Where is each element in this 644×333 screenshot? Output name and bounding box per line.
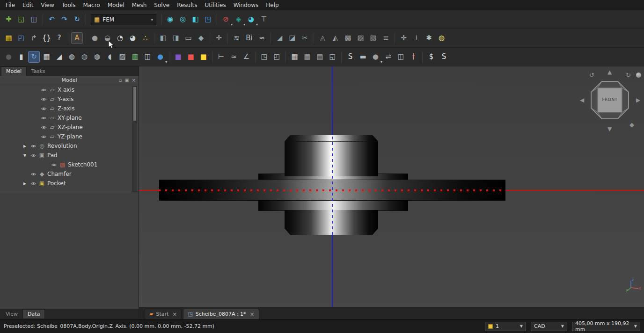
result-show-button[interactable]: ▥ (129, 51, 141, 63)
visibility-eye-icon[interactable] (30, 171, 37, 177)
glyph-red-button[interactable]: ■ (185, 51, 197, 63)
fit-all-button[interactable]: ◉ (164, 14, 176, 25)
annotation-text-button[interactable]: A (71, 32, 83, 44)
tab-model[interactable]: Model (1, 66, 27, 76)
measure-angle-button[interactable]: ∠ (241, 51, 252, 63)
tree-item-xz-plane[interactable]: ▱XZ-plane (0, 123, 139, 132)
dock-float-icon[interactable]: ▣ (124, 78, 129, 83)
constraint-pressure-button[interactable]: ∴ (139, 32, 151, 44)
constraint-body-heat-button[interactable]: Bi (243, 32, 255, 44)
clipping-button[interactable]: ⊘▾ (220, 14, 232, 25)
undo-button[interactable]: ↶ (46, 14, 58, 25)
glyph-yellow-button[interactable]: ■ (198, 51, 209, 63)
tree-item-z-axis[interactable]: ▱Z-axis (0, 104, 139, 113)
dock-minimize-icon[interactable]: ▫ (118, 78, 122, 83)
visibility-eye-icon[interactable] (30, 143, 37, 149)
viewport-canvas[interactable]: FRONT ▲ ▼ ◀ ▶ ↺ ↻ ◆ (139, 66, 644, 307)
expander-collapsed-icon[interactable]: ▶ (22, 181, 28, 186)
disc2-button[interactable]: ◍ (79, 51, 90, 63)
probe-button[interactable]: ✛ (398, 32, 410, 44)
mesh-netgen-button[interactable]: ◬ (317, 32, 329, 44)
menu-tools[interactable]: Tools (58, 1, 80, 9)
visibility-eye-icon[interactable] (40, 115, 47, 121)
table1-button[interactable]: ▦ (289, 51, 300, 63)
visibility-eye-icon[interactable] (40, 96, 47, 102)
table3-button[interactable]: ▤ (314, 51, 326, 63)
mesh-to-shape-button[interactable]: ▨ (355, 32, 366, 44)
tree-scrollbar-thumb[interactable] (133, 87, 136, 121)
visibility-eye-icon[interactable] (40, 87, 47, 93)
glyph-purple-button[interactable]: ■ (172, 51, 184, 63)
disc3-button[interactable]: ◍ (91, 51, 103, 63)
navcube-arrow-left-icon[interactable]: ◀ (580, 97, 584, 103)
mesh-clear-button[interactable]: ✂ (299, 32, 311, 44)
menu-edit[interactable]: Edit (19, 1, 37, 9)
analysis-container-button[interactable]: ▦ (3, 32, 15, 44)
measure-linear-button[interactable]: ⊢ (215, 51, 227, 63)
constraint-displacement-button[interactable]: ◒ (102, 32, 113, 44)
tree-item-pocket[interactable]: ▶▣Pocket (0, 179, 139, 188)
measure-tool-button[interactable]: ⊤ (258, 14, 270, 25)
expander-collapsed-icon[interactable]: ▶ (22, 144, 28, 148)
model-top-cylinder[interactable] (285, 135, 378, 176)
navcube-mini-cube-icon[interactable]: ◆ (629, 122, 634, 128)
expander-expanded-icon[interactable]: ▼ (22, 153, 28, 158)
navcube-arrow-down-icon[interactable]: ▼ (607, 126, 612, 132)
mesh-region-button[interactable]: ◰ (15, 32, 27, 44)
navcube-sphere-icon[interactable] (636, 72, 641, 78)
menu-view[interactable]: View (37, 1, 58, 9)
mesh-info-button[interactable]: ≡ (380, 32, 392, 44)
mesh-group-button[interactable]: ◪ (286, 32, 298, 44)
tree-item-chamfer[interactable]: ◆Chamfer (0, 169, 139, 179)
thermometer-button[interactable]: † (408, 51, 419, 63)
result-sphere-button[interactable]: ●▾ (154, 51, 166, 63)
navcube-arrow-right-icon[interactable]: ▶ (636, 97, 640, 103)
spreadsheet-button[interactable]: S (344, 51, 356, 63)
mesh-gmsh-button[interactable]: ◭ (329, 32, 341, 44)
visibility-eye-icon[interactable] (30, 180, 37, 187)
tab-tasks[interactable]: Tasks (27, 67, 50, 76)
fit-selection-button[interactable]: ◎ (177, 14, 189, 25)
constraint-selfweight-button[interactable]: ✛ (213, 32, 225, 44)
open-document-button[interactable]: ◱ (15, 14, 27, 25)
visibility-eye-icon[interactable] (40, 124, 47, 130)
visibility-eye-icon[interactable] (40, 105, 47, 112)
element-rotation-button[interactable]: ◨ (170, 32, 182, 44)
table2-button[interactable]: ▦ (301, 51, 313, 63)
doc-tab-scheibe_0807a[interactable]: ◳Scheibe_0807A : 1*× (183, 309, 259, 319)
ramp-button[interactable]: ◢ (53, 51, 65, 63)
visibility-eye-icon[interactable] (51, 161, 57, 168)
unit-schema-dropdown[interactable]: 1 ▼ (485, 322, 526, 331)
datacube2-button[interactable]: ◰ (271, 51, 283, 63)
constraint-force-button[interactable]: ◕ (127, 32, 139, 44)
post-sphere-button[interactable]: ● (3, 51, 15, 63)
constraint-bolt-button[interactable]: ◆ (195, 32, 207, 44)
constraint-contact-button[interactable]: ◔ (114, 32, 126, 44)
texture-button[interactable]: ◈▾ (233, 14, 244, 25)
settings-button[interactable]: ✱ (423, 32, 435, 44)
draw-style-button[interactable]: ◧ (190, 14, 201, 25)
result-wave-button[interactable]: ≈ (228, 51, 240, 63)
menu-macro[interactable]: Macro (79, 1, 103, 9)
mesh-boundary-button[interactable]: ◢ (274, 32, 285, 44)
visibility-eye-icon[interactable] (40, 133, 47, 140)
disc4-button[interactable]: ◖ (104, 51, 116, 63)
tree-item-sketch001[interactable]: ▨Sketch001 (0, 160, 139, 169)
tree-item-revolution[interactable]: ▶◎Revolution (0, 141, 139, 151)
tree-item-y-axis[interactable]: ▱Y-axis (0, 94, 139, 104)
tab-data[interactable]: Data (22, 309, 45, 319)
menu-file[interactable]: File (2, 1, 19, 9)
units-dollar-button[interactable]: $ (425, 51, 437, 63)
menu-mesh[interactable]: Mesh (128, 1, 151, 9)
menu-utilities[interactable]: Utilities (201, 1, 229, 9)
navcube-rotate-ccw-icon[interactable]: ↺ (589, 72, 594, 78)
refresh-button[interactable]: ↻ (71, 14, 83, 25)
redo-button[interactable]: ↷ (59, 14, 70, 25)
menu-model[interactable]: Model (104, 1, 128, 9)
column-button[interactable]: ▮ (15, 51, 27, 63)
workbench-selector[interactable]: ▦ FEM ▾ (91, 14, 156, 25)
doc-tab-start[interactable]: ▰Start× (145, 309, 182, 319)
mesh-grid-button[interactable]: ▦ (41, 51, 52, 63)
tree-item-pad[interactable]: ▼▣Pad (0, 151, 139, 160)
whats-this-button[interactable]: ? (53, 32, 65, 44)
